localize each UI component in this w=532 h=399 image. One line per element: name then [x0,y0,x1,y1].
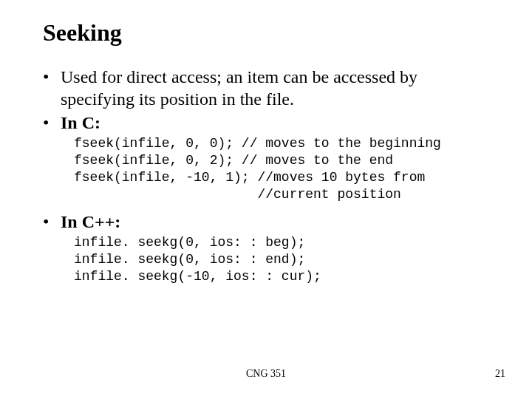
bullet-text: In C++: [61,212,120,231]
code-block-cpp: infile. seekg(0, ios: : beg); infile. se… [74,234,495,285]
bullet-text: Used for direct access; an item can be a… [61,67,417,109]
footer-course: CNG 351 [0,368,532,380]
bullet-item: In C++: [43,211,495,233]
bullet-item: In C: [43,112,495,134]
code-block-c: fseek(infile, 0, 0); // moves to the beg… [74,135,495,203]
footer-page-number: 21 [495,368,505,380]
bullet-text: In C: [61,113,100,132]
slide-content: Seeking Used for direct access; an item … [43,19,495,293]
slide-title: Seeking [43,19,495,47]
bullet-item: Used for direct access; an item can be a… [43,66,495,110]
bullet-list: Used for direct access; an item can be a… [43,66,495,134]
bullet-list: In C++: [43,211,495,233]
